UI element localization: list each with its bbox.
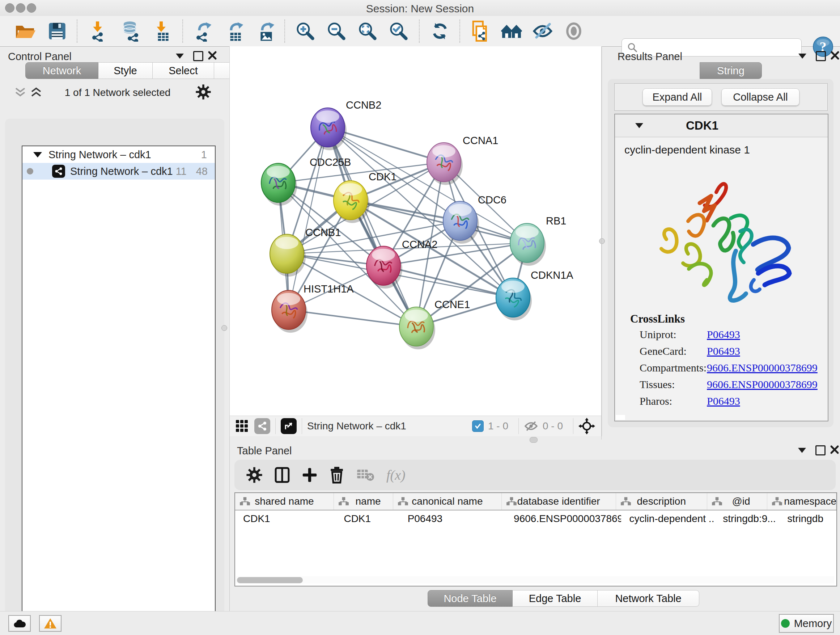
network-node-hist1h1a[interactable]: HIST1H1A bbox=[272, 283, 354, 333]
crosslink-pharos[interactable]: P06493 bbox=[707, 395, 828, 407]
collapse-all-networks-icon[interactable] bbox=[14, 86, 27, 98]
network-graph[interactable]: CCNB2CCNA1CDC25BCDK1CDC6RB1CCNB1CCNA2CDK… bbox=[230, 46, 602, 416]
zoom-selected-button[interactable] bbox=[385, 19, 412, 44]
expand-all-button[interactable]: Expand All bbox=[643, 88, 712, 106]
column-header-description[interactable]: description bbox=[616, 493, 707, 510]
network-canvas[interactable]: CCNB2CCNA1CDC25BCDK1CDC6RB1CCNB1CCNA2CDK… bbox=[229, 46, 602, 416]
zoom-fit-button[interactable] bbox=[354, 19, 381, 44]
toolbar-separator bbox=[459, 19, 460, 43]
show-columns-button[interactable] bbox=[274, 466, 290, 484]
table-cell: stringdb bbox=[779, 510, 836, 527]
table-toolbar: f(x) bbox=[234, 460, 836, 490]
export-table-button[interactable] bbox=[221, 19, 249, 44]
create-column-button[interactable] bbox=[302, 467, 317, 483]
horizontal-scrollbar-thumb[interactable] bbox=[237, 577, 303, 583]
import-table-button[interactable] bbox=[149, 19, 177, 44]
toolbar-separator bbox=[573, 418, 573, 434]
external-link-icon bbox=[284, 421, 294, 431]
column-header-name[interactable]: name bbox=[334, 493, 393, 510]
duplicate-network-button[interactable] bbox=[467, 19, 494, 44]
close-panel-icon[interactable] bbox=[830, 445, 839, 454]
expand-all-networks-icon[interactable] bbox=[30, 86, 43, 98]
import-database-button[interactable] bbox=[117, 19, 145, 44]
memory-button[interactable]: Memory bbox=[779, 614, 834, 633]
export-network-button[interactable] bbox=[189, 19, 217, 44]
table-row[interactable]: CDK1 CDK1 P06493 9606.ENSP00000378699 cy… bbox=[235, 510, 836, 527]
close-panel-icon[interactable] bbox=[830, 51, 840, 60]
houses-button[interactable] bbox=[498, 19, 525, 44]
close-panel-icon[interactable] bbox=[208, 51, 217, 60]
crosslink-genecard[interactable]: P06493 bbox=[707, 345, 828, 357]
delete-column-button[interactable] bbox=[329, 466, 344, 484]
zoom-out-button[interactable] bbox=[323, 19, 350, 44]
float-panel-icon[interactable] bbox=[816, 51, 826, 61]
selected-checkbox-icon[interactable] bbox=[472, 420, 484, 432]
cloud-button[interactable] bbox=[8, 615, 31, 632]
network-node-ccna1[interactable]: CCNA1 bbox=[427, 135, 498, 185]
hidden-eye-slash-icon[interactable] bbox=[524, 420, 538, 432]
warnings-button[interactable] bbox=[39, 615, 62, 632]
column-type-icon bbox=[506, 497, 517, 506]
network-options-gear-button[interactable] bbox=[195, 84, 211, 100]
collection-label: String Network – cdk1 bbox=[49, 149, 151, 161]
tab-edge-table[interactable]: Edge Table bbox=[513, 590, 598, 607]
hide-selected-button[interactable] bbox=[529, 19, 556, 44]
birdseye-button[interactable] bbox=[578, 418, 595, 434]
column-header-namespace[interactable]: namespace bbox=[767, 493, 836, 510]
network-edge[interactable] bbox=[289, 127, 328, 310]
column-header-id[interactable]: @id bbox=[707, 493, 767, 510]
column-header-shared-name[interactable]: shared name bbox=[235, 493, 334, 510]
float-panel-icon[interactable] bbox=[815, 445, 826, 455]
splitter-handle[interactable] bbox=[221, 325, 227, 331]
network-edge[interactable] bbox=[289, 310, 416, 326]
network-node-cdkn1a[interactable]: CDKN1A bbox=[496, 269, 573, 320]
view-grid-button[interactable] bbox=[235, 420, 248, 432]
collapse-panel-icon[interactable] bbox=[176, 54, 184, 59]
refresh-network-button[interactable] bbox=[426, 19, 454, 44]
collapse-panel-icon[interactable] bbox=[798, 448, 806, 453]
function-builder-button[interactable]: f(x) bbox=[386, 467, 406, 483]
export-image-icon bbox=[256, 21, 276, 42]
tab-node-table[interactable]: Node Table bbox=[428, 590, 513, 607]
memory-status-dot bbox=[781, 619, 790, 628]
gene-expander-icon[interactable] bbox=[635, 123, 643, 128]
column-header-database-identifier[interactable]: database identifier bbox=[502, 493, 616, 510]
tab-style[interactable]: Style bbox=[98, 62, 153, 79]
export-image-button[interactable] bbox=[253, 19, 280, 44]
tab-network-table[interactable]: Network Table bbox=[598, 590, 699, 607]
delete-table-button[interactable] bbox=[357, 468, 374, 482]
open-session-button[interactable] bbox=[11, 19, 39, 44]
zoom-in-button[interactable] bbox=[292, 19, 319, 44]
network-node-ccnb2[interactable]: CCNB2 bbox=[311, 99, 381, 150]
float-panel-icon[interactable] bbox=[193, 51, 203, 61]
network-node-ccne1[interactable]: CCNE1 bbox=[399, 299, 470, 349]
tab-select[interactable]: Select bbox=[153, 62, 214, 79]
crosslink-compartments[interactable]: 9606.ENSP00000378699 bbox=[707, 362, 828, 374]
crosslink-uniprot[interactable]: P06493 bbox=[707, 328, 828, 340]
network-row-selected[interactable]: String Network – cdk1 11 48 bbox=[22, 163, 215, 180]
network-node-rb1[interactable]: RB1 bbox=[510, 215, 566, 266]
collapse-panel-icon[interactable] bbox=[798, 54, 806, 59]
open-in-window-button[interactable] bbox=[281, 418, 297, 434]
table-mode-gear-button[interactable] bbox=[246, 467, 263, 483]
show-all-button[interactable] bbox=[560, 19, 587, 44]
splitter-handle[interactable] bbox=[530, 437, 538, 443]
column-header-canonical-name[interactable]: canonical name bbox=[393, 493, 501, 510]
share-icon bbox=[257, 421, 267, 431]
zoom-selected-icon bbox=[389, 21, 409, 41]
collection-expander-icon[interactable] bbox=[33, 152, 42, 157]
gene-card-header[interactable]: CDK1 bbox=[615, 114, 828, 137]
tab-string[interactable]: String bbox=[699, 62, 762, 79]
crosslink-tissues[interactable]: 9606.ENSP00000378699 bbox=[707, 378, 828, 391]
control-panel: Control Panel Network Style Select Sets … bbox=[0, 46, 230, 611]
collapse-all-button[interactable]: Collapse All bbox=[722, 88, 799, 106]
network-list: String Network – cdk1 1 String Network –… bbox=[22, 146, 216, 635]
network-collection-row[interactable]: String Network – cdk1 1 bbox=[22, 146, 215, 163]
save-session-button[interactable] bbox=[43, 19, 71, 44]
import-network-button[interactable] bbox=[85, 19, 113, 44]
view-network-button[interactable] bbox=[254, 418, 270, 434]
column-type-icon bbox=[240, 497, 250, 506]
copy-pages-icon bbox=[471, 21, 490, 42]
table-cell: P06493 bbox=[400, 510, 509, 527]
tab-network[interactable]: Network bbox=[25, 62, 98, 79]
